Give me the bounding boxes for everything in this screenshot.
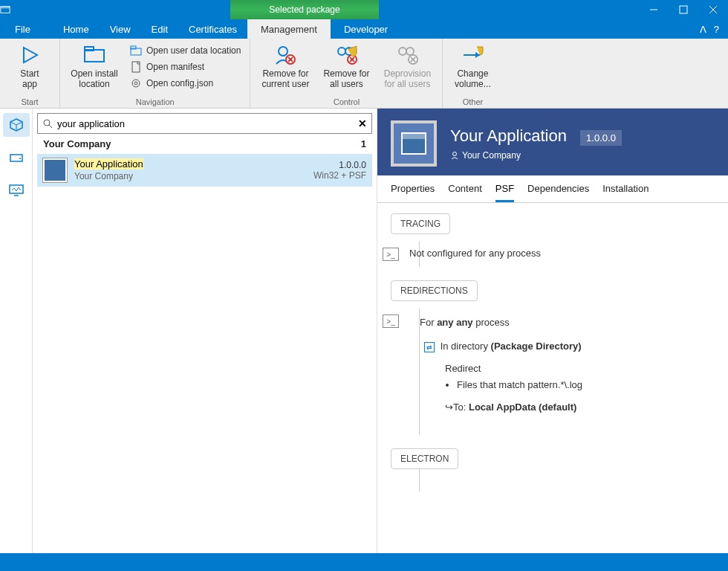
remove-current-user-button[interactable]: Remove for current user (256, 42, 314, 89)
monitor-icon (8, 184, 25, 197)
collapse-ribbon-icon[interactable]: ᐱ (700, 24, 706, 35)
section-redirections[interactable]: REDIRECTIONS (391, 280, 478, 301)
status-bar (0, 553, 728, 571)
package-tile-icon (43, 158, 67, 182)
package-type: Win32 + PSF (313, 170, 366, 181)
tab-certificates[interactable]: Certificates (178, 21, 247, 38)
tab-properties[interactable]: Properties (391, 183, 435, 202)
detail-title: Your Application (450, 126, 567, 145)
close-button[interactable] (698, 0, 728, 19)
redirect-target: Local AppData (default) (469, 401, 576, 413)
package-list-item[interactable]: Your Application Your Company 1.0.0.0 Wi… (37, 154, 372, 187)
svg-point-24 (406, 48, 414, 55)
folder-icon (82, 43, 106, 67)
detail-header: Your Application 1.0.0.0 Your Company (377, 109, 728, 175)
document-icon (130, 61, 142, 73)
tab-home[interactable]: Home (53, 21, 100, 38)
detail-pane: Your Application 1.0.0.0 Your Company Pr… (377, 109, 728, 553)
section-electron[interactable]: ELECTRON (391, 448, 458, 469)
ribbon-group-control: Control (256, 96, 436, 106)
users-remove-icon (334, 43, 358, 67)
contextual-tab-label: Selected package (230, 0, 379, 19)
svg-point-32 (19, 158, 21, 159)
deprovision-icon (395, 43, 419, 67)
drive-icon (9, 152, 24, 164)
package-list-pane: ✕ Your Company 1 Your Application Your C… (33, 109, 377, 553)
menu-file[interactable]: File (4, 21, 41, 38)
deprovision-button: Deprovision for all users (378, 42, 436, 89)
ribbon: Start app Start Open install location Op… (0, 39, 728, 109)
ribbon-group-other: Other (449, 96, 496, 106)
svg-line-36 (49, 125, 52, 128)
package-name: Your Application (74, 158, 143, 170)
open-install-location-button[interactable]: Open install location (66, 42, 123, 89)
svg-rect-1 (1, 7, 10, 9)
package-version: 1.0.0.0 (313, 160, 366, 170)
detail-publisher: Your Company (462, 150, 521, 161)
svg-marker-6 (24, 48, 37, 62)
app-icon (0, 4, 21, 15)
main-area: ✕ Your Company 1 Your Application Your C… (0, 109, 728, 553)
detail-version-badge: 1.0.0.0 (580, 130, 622, 146)
rail-system-button[interactable] (3, 178, 30, 202)
svg-rect-7 (85, 50, 104, 62)
group-name: Your Company (43, 138, 111, 149)
tab-management[interactable]: Management (247, 19, 331, 39)
redirect-pattern: Files that match pattern.*\.log (457, 377, 582, 393)
icon-rail (0, 109, 33, 553)
svg-point-13 (134, 82, 137, 85)
remove-all-users-button[interactable]: Remove for all users (319, 42, 374, 89)
rail-packages-button[interactable] (3, 113, 30, 137)
tab-psf[interactable]: PSF (495, 183, 514, 202)
volume-change-icon (461, 43, 484, 67)
rail-volumes-button[interactable] (3, 146, 30, 170)
help-icon[interactable]: ? (714, 24, 719, 35)
open-config-button[interactable]: Open config.json (127, 76, 244, 91)
tracing-text: Not configured for any process (409, 248, 541, 259)
open-user-data-button[interactable]: Open user data location (127, 43, 244, 58)
svg-rect-33 (10, 185, 23, 193)
svg-point-39 (453, 152, 457, 156)
folder-small-icon (130, 45, 142, 57)
svg-point-14 (279, 47, 287, 56)
svg-point-35 (44, 120, 50, 126)
user-remove-icon (273, 43, 297, 67)
title-bar: MSIX Hero Selected package (0, 0, 728, 19)
ribbon-group-navigation: Navigation (66, 96, 244, 106)
folder-redir-icon: ⇄ (424, 342, 435, 352)
console-icon: >_ (383, 314, 399, 328)
person-icon (450, 151, 459, 160)
section-tracing[interactable]: TRACING (391, 213, 450, 234)
change-volume-button[interactable]: Change volume... (449, 42, 496, 89)
maximize-button[interactable] (669, 0, 698, 19)
menu-bar: File Home View Edit Certificates Managem… (0, 19, 728, 39)
group-header: Your Company 1 (37, 134, 372, 154)
detail-body: TRACING >_ Not configured for any proces… (377, 203, 728, 553)
play-icon (18, 43, 42, 67)
tab-dependencies[interactable]: Dependencies (527, 183, 589, 202)
svg-point-18 (338, 48, 345, 55)
console-icon: >_ (383, 248, 399, 261)
search-box[interactable]: ✕ (37, 113, 372, 134)
search-icon (42, 118, 53, 129)
group-count: 1 (361, 138, 366, 149)
search-input[interactable] (57, 118, 354, 129)
tab-view[interactable]: View (100, 21, 141, 38)
tab-edit[interactable]: Edit (141, 21, 178, 38)
svg-rect-8 (85, 47, 94, 51)
tab-installation[interactable]: Installation (602, 183, 649, 202)
start-app-button[interactable]: Start app (6, 42, 53, 89)
minimize-button[interactable] (639, 0, 669, 19)
package-publisher: Your Company (74, 171, 306, 182)
ribbon-group-start: Start (6, 96, 53, 106)
clear-search-icon[interactable]: ✕ (358, 117, 367, 129)
detail-tabs: Properties Content PSF Dependencies Inst… (377, 175, 728, 203)
tab-content[interactable]: Content (448, 183, 482, 202)
tab-developer[interactable]: Developer (331, 19, 401, 39)
detail-app-icon (391, 120, 437, 167)
svg-point-12 (132, 80, 140, 87)
gear-icon (130, 77, 142, 89)
svg-point-23 (399, 48, 406, 55)
open-manifest-button[interactable]: Open manifest (127, 59, 244, 74)
svg-rect-11 (132, 62, 140, 72)
